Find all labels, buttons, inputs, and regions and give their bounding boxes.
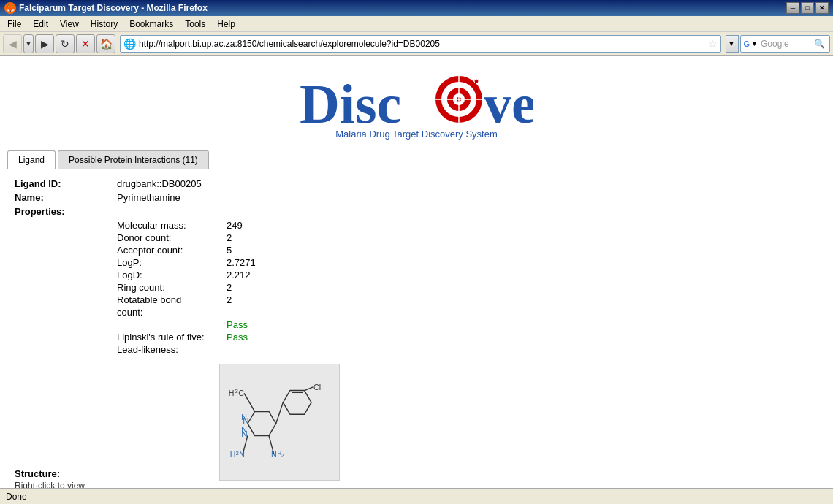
prop-rotatable-bond-label2: count: — [117, 307, 818, 318]
search-go-button[interactable]: 🔍 — [812, 37, 826, 51]
prop-rotatable-bond-label2: count: — [117, 307, 227, 318]
prop-lead: Lead-likeness: — [117, 344, 818, 355]
back-button[interactable]: ◀ — [3, 34, 22, 53]
search-input[interactable]: Google — [761, 39, 812, 49]
menu-bar: File Edit View History Bookmarks Tools H… — [0, 16, 833, 32]
prop-logp: LogP: 2.7271 — [117, 257, 818, 268]
browser-icon: 🦊 — [4, 2, 16, 14]
properties-table: Molecular mass: 249 Donor count: 2 Accep… — [117, 220, 818, 355]
tab-protein-interactions[interactable]: Possible Protein Interactions (11) — [58, 150, 209, 169]
bookmark-star[interactable]: ☆ — [708, 38, 718, 50]
structure-row: Structure: Right-click to viewmolecule r… — [15, 364, 818, 488]
structure-note: Right-click to viewmolecule rotationopti… — [15, 481, 117, 488]
ligand-id-label: Ligand ID: — [15, 178, 117, 189]
prop-logp-name: LogP: — [117, 257, 227, 268]
address-icon: 🌐 — [123, 38, 136, 50]
svg-text:N: N — [271, 450, 277, 459]
forward-button[interactable]: ▶ — [35, 34, 54, 53]
svg-text:very: very — [484, 73, 533, 132]
prop-lipinski-name: Lipinski's rule of five: — [117, 332, 227, 343]
ligand-id-value: drugbank::DB00205 — [117, 178, 202, 189]
prop-pass-spacer — [117, 319, 227, 330]
prop-donor-count-name: Donor count: — [117, 232, 227, 243]
window-controls[interactable]: ─ □ ✕ — [786, 2, 829, 14]
prop-pass: Pass — [117, 319, 818, 330]
ligand-name-value: Pyrimethamine — [117, 192, 180, 203]
prop-logd-value: 2.212 — [227, 270, 251, 280]
properties-label: Properties: — [15, 206, 117, 217]
svg-text:Disc: Disc — [300, 73, 401, 132]
prop-donor-count: Donor count: 2 — [117, 232, 818, 243]
svg-line-24 — [276, 402, 284, 424]
close-button[interactable]: ✕ — [815, 2, 829, 14]
prop-lipinski: Lipinski's rule of five: Pass — [117, 332, 818, 343]
tabs-container: Ligand Possible Protein Interactions (11… — [0, 150, 833, 169]
svg-text:N: N — [241, 429, 247, 438]
prop-pass-value: Pass — [227, 319, 248, 330]
prop-lead-name: Lead-likeness: — [117, 344, 227, 355]
structure-section: Structure: Right-click to viewmolecule r… — [15, 364, 818, 488]
svg-marker-14 — [283, 390, 311, 414]
window-title: Falciparum Target Discovery - Mozilla Fi… — [19, 3, 208, 13]
menu-help[interactable]: Help — [211, 18, 241, 31]
svg-text:N: N — [243, 416, 248, 425]
prop-logd-name: LogD: — [117, 270, 227, 280]
minimize-button[interactable]: ─ — [786, 2, 799, 14]
prop-donor-count-value: 2 — [227, 232, 232, 243]
prop-molecular-mass-name: Molecular mass: — [117, 220, 227, 231]
search-engine-button[interactable]: G ▼ — [744, 39, 758, 48]
ligand-id-row: Ligand ID: drugbank::DB00205 — [15, 178, 818, 189]
prop-logd: LogD: 2.212 — [117, 270, 818, 280]
prop-acceptor-count-name: Acceptor count: — [117, 245, 227, 256]
prop-acceptor-count: Acceptor count: 5 — [117, 245, 818, 256]
svg-line-18 — [305, 387, 313, 391]
menu-view[interactable]: View — [54, 18, 85, 31]
navigation-bar: ◀ ▼ ▶ ↻ ✕ 🏠 🌐 http://malport.bi.up.ac.za… — [0, 32, 833, 56]
menu-tools[interactable]: Tools — [179, 18, 211, 31]
prop-ring-count-value: 2 — [227, 282, 232, 293]
svg-text:H: H — [230, 450, 236, 459]
molecule-structure[interactable]: H 3 C Cl — [219, 364, 340, 481]
menu-file[interactable]: File — [1, 18, 27, 31]
svg-text:C: C — [238, 389, 244, 397]
structure-label: Structure: — [15, 468, 117, 479]
properties-row: Properties: — [15, 206, 818, 217]
home-button[interactable]: 🏠 — [96, 34, 115, 53]
menu-history[interactable]: History — [85, 18, 123, 31]
svg-text:H: H — [229, 389, 235, 397]
address-bar[interactable]: 🌐 http://malport.bi.up.ac.za:8150/chemic… — [120, 35, 721, 53]
title-bar: 🦊 Falciparum Target Discovery - Mozilla … — [0, 0, 833, 16]
reload-button[interactable]: ↻ — [56, 34, 75, 53]
ligand-name-row: Name: Pyrimethamine — [15, 192, 818, 203]
status-bar: Done — [0, 488, 833, 504]
address-dropdown[interactable]: ▼ — [726, 35, 739, 53]
svg-text:N: N — [239, 450, 245, 459]
svg-marker-19 — [248, 411, 276, 435]
tab-ligand[interactable]: Ligand — [7, 150, 56, 169]
prop-acceptor-count-value: 5 — [227, 245, 232, 256]
prop-lipinski-value: Pass — [227, 332, 248, 343]
menu-edit[interactable]: Edit — [27, 18, 54, 31]
ligand-content: Ligand ID: drugbank::DB00205 Name: Pyrim… — [0, 169, 833, 488]
search-bar[interactable]: G ▼ Google 🔍 — [740, 35, 830, 53]
address-text: http://malport.bi.up.ac.za:8150/chemical… — [139, 39, 705, 49]
ligand-name-label: Name: — [15, 192, 117, 203]
svg-text:3: 3 — [235, 388, 237, 394]
svg-point-9 — [474, 79, 479, 83]
prop-ring-count: Ring count: 2 — [117, 282, 818, 293]
svg-line-25 — [244, 393, 255, 411]
svg-text:2: 2 — [281, 452, 284, 459]
back-dropdown[interactable]: ▼ — [23, 34, 34, 53]
discovery-header: Disc very Malaria — [0, 56, 833, 150]
browser-content: Disc very Malaria — [0, 56, 833, 488]
maximize-button[interactable]: □ — [801, 2, 814, 14]
molecule-svg: H 3 C Cl — [223, 367, 336, 477]
menu-bookmarks[interactable]: Bookmarks — [123, 18, 179, 31]
svg-text:Cl: Cl — [313, 383, 321, 392]
stop-button[interactable]: ✕ — [76, 34, 95, 53]
prop-ring-count-name: Ring count: — [117, 282, 227, 293]
prop-molecular-mass-value: 249 — [227, 220, 243, 231]
prop-rotatable-bond-name: Rotatable bond — [117, 294, 227, 305]
prop-logp-value: 2.7271 — [227, 257, 256, 268]
status-text: Done — [6, 492, 27, 502]
